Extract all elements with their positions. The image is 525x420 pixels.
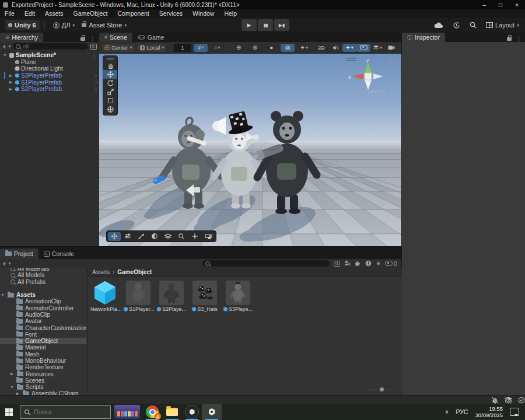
scene-row[interactable]: ▼ SampleScene* ⋮ bbox=[0, 52, 99, 59]
search-window-icon[interactable] bbox=[334, 261, 340, 267]
hierarchy-search[interactable] bbox=[13, 43, 88, 50]
fold-open-icon[interactable]: ▼ bbox=[9, 385, 15, 389]
maximize-button[interactable]: □ bbox=[492, 0, 509, 9]
effects-dropdown[interactable]: ✦ ▾ bbox=[342, 44, 356, 52]
layers-overlay-button[interactable] bbox=[162, 232, 174, 241]
tree-folder[interactable]: Scenes bbox=[0, 377, 86, 384]
fold-closed-icon[interactable]: ▶ bbox=[8, 74, 13, 78]
move-tool[interactable] bbox=[103, 70, 117, 79]
taskbar-search-input[interactable] bbox=[33, 408, 106, 416]
move-overlay-button[interactable] bbox=[108, 232, 121, 241]
hierarchy-row-s3player[interactable]: ▶ S3PlayerPrefab › bbox=[0, 72, 99, 79]
history-icon[interactable] bbox=[453, 22, 460, 29]
rect-tool[interactable] bbox=[103, 96, 117, 105]
create-asset-button[interactable]: + bbox=[2, 260, 6, 267]
fold-open-icon[interactable]: ▼ bbox=[0, 293, 5, 297]
prefab-open-arrow[interactable]: › bbox=[95, 79, 97, 85]
menu-gameobject[interactable]: GameObject bbox=[74, 10, 108, 17]
asset-s2player[interactable]: S2Playe... bbox=[158, 281, 185, 312]
menu-edit[interactable]: Edit bbox=[24, 10, 35, 17]
hidden-count-toggle[interactable]: 0 bbox=[385, 260, 397, 267]
shading-mode-button[interactable]: ● bbox=[264, 44, 278, 52]
lighting-dropdown[interactable]: ✦ ▾ bbox=[297, 44, 311, 52]
add-object-button[interactable]: + bbox=[2, 43, 6, 50]
taskbar-clock[interactable]: 19:55 30/09/2025 bbox=[475, 405, 503, 418]
camera-settings-button[interactable] bbox=[384, 44, 398, 52]
close-button[interactable]: × bbox=[509, 0, 525, 9]
taskbar-unity-hub[interactable] bbox=[182, 404, 202, 420]
render-sphere-button[interactable] bbox=[148, 232, 161, 241]
render-mode-button[interactable]: ◎ bbox=[281, 44, 295, 52]
tree-folder[interactable]: RenderTexture bbox=[0, 364, 86, 370]
minimize-button[interactable]: – bbox=[476, 0, 492, 9]
projection-label[interactable]: ‹ Persp bbox=[368, 89, 385, 94]
tree-folder[interactable]: MonoBehaviour bbox=[0, 358, 86, 364]
asset-s1player[interactable]: S1Player... bbox=[125, 281, 152, 312]
project-search[interactable] bbox=[202, 260, 330, 267]
tab-project[interactable]: Project bbox=[0, 249, 38, 259]
breadcrumb-current[interactable]: GameObject bbox=[117, 269, 152, 275]
tree-folder[interactable]: Mesh bbox=[0, 351, 86, 358]
hierarchy-row-s1player[interactable]: ▶ S1PlayerPrefab › bbox=[0, 79, 99, 86]
lock-icon[interactable] bbox=[80, 37, 85, 41]
kebab-menu-icon[interactable]: ⋮ bbox=[90, 36, 96, 42]
pan-overlay-button[interactable] bbox=[188, 232, 201, 241]
fold-open-icon[interactable]: ▼ bbox=[2, 53, 8, 57]
search-icon[interactable] bbox=[470, 22, 477, 29]
breadcrumb-assets[interactable]: Assets bbox=[92, 269, 110, 275]
tree-assets-root[interactable]: ▼ Assets bbox=[0, 292, 86, 298]
hierarchy-search-input[interactable] bbox=[22, 43, 85, 50]
tab-game[interactable]: Game bbox=[132, 33, 170, 42]
asset-s3-hats[interactable]: S3_Hats bbox=[191, 281, 218, 312]
fold-closed-icon[interactable]: ▶ bbox=[9, 372, 15, 376]
tree-folder[interactable]: ▶Resources bbox=[0, 370, 86, 377]
lock-icon[interactable] bbox=[507, 37, 512, 41]
gizmos-3d-toggle[interactable]: ⊗ bbox=[248, 44, 262, 52]
tree-folder[interactable]: ▼Scripts bbox=[0, 384, 86, 390]
prefab-open-arrow[interactable]: › bbox=[95, 86, 97, 92]
taskbar-explorer[interactable] bbox=[162, 404, 182, 420]
tree-folder[interactable]: AnimationClip bbox=[0, 298, 86, 304]
thumbnail-size-slider[interactable] bbox=[365, 387, 390, 393]
step-button[interactable]: ▶▮ bbox=[274, 19, 289, 31]
language-indicator[interactable]: РУС bbox=[456, 408, 468, 415]
tab-scene[interactable]: # Scene bbox=[99, 33, 132, 42]
hand-tool[interactable] bbox=[103, 61, 117, 70]
overlay-drag-handle[interactable] bbox=[103, 57, 117, 61]
chevron-down-icon[interactable]: ▾ bbox=[8, 44, 10, 49]
pivot-dropdown[interactable]: Center ▾ bbox=[102, 44, 135, 52]
unity-version-badge[interactable]: Unity 6 bbox=[5, 20, 40, 30]
search-window-icon[interactable] bbox=[90, 44, 97, 50]
tab-hierarchy[interactable]: ☰ Hierarchy bbox=[0, 33, 43, 42]
rotate-tool[interactable] bbox=[103, 79, 117, 88]
favorite-all-materials[interactable]: All Materials bbox=[0, 268, 86, 272]
fold-closed-icon[interactable]: ▶ bbox=[8, 87, 13, 92]
taskbar-unity-editor[interactable] bbox=[202, 404, 222, 420]
grid-snap-toggle[interactable]: # ▾ bbox=[194, 44, 208, 52]
2d-view-toggle[interactable]: 2D bbox=[314, 44, 328, 52]
audio-toggle[interactable] bbox=[328, 44, 342, 52]
scene-viewport[interactable]: y x ‹ Persp bbox=[99, 54, 401, 246]
tree-folder[interactable]: Font bbox=[0, 331, 86, 338]
menu-component[interactable]: Component bbox=[117, 10, 149, 17]
favorite-all-models[interactable]: All Models bbox=[0, 272, 86, 278]
scale-tool[interactable] bbox=[103, 88, 117, 96]
status-ok-icon[interactable] bbox=[518, 397, 525, 404]
tree-folder[interactable]: AnimatorController bbox=[0, 304, 86, 311]
start-button[interactable] bbox=[0, 404, 18, 420]
snap-settings-dropdown[interactable]: # ▾ bbox=[210, 44, 224, 52]
scene-list-button[interactable] bbox=[121, 232, 134, 241]
cloud-icon[interactable] bbox=[434, 22, 443, 29]
favorite-all-prefabs[interactable]: All Prefabs bbox=[0, 279, 86, 285]
taskbar-search[interactable] bbox=[20, 405, 111, 419]
cache-disabled-icon[interactable] bbox=[505, 397, 512, 404]
tree-folder[interactable]: Material bbox=[0, 344, 86, 351]
layers-dropdown[interactable]: ▾ bbox=[370, 44, 384, 52]
transform-tool[interactable] bbox=[103, 105, 117, 114]
pause-button[interactable]: ▮▮ bbox=[258, 19, 273, 31]
space-dropdown[interactable]: Local ▾ bbox=[137, 44, 167, 52]
favorites-icon[interactable]: ★ bbox=[376, 260, 381, 267]
hierarchy-row-s2player[interactable]: ▶ S2PlayerPrefab › bbox=[0, 86, 99, 93]
camera-preview-button[interactable] bbox=[202, 232, 215, 241]
account-dropdown[interactable]: ДЛ ▾ bbox=[50, 20, 79, 30]
